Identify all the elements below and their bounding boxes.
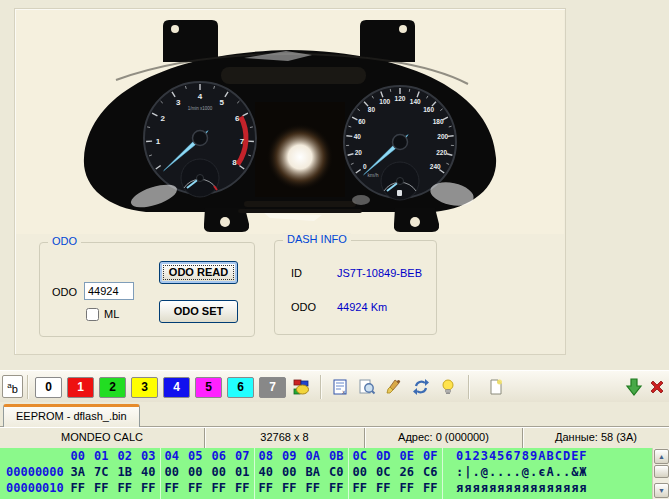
hex-byte-cell[interactable]: 26 [395,464,419,480]
hex-scrollbar[interactable]: ▲ ▼ [652,448,669,499]
hex-byte-cell[interactable]: FF [254,480,278,496]
palette-button-5[interactable]: 5 [195,377,222,398]
download-icon [624,377,644,397]
hex-grid-icon: x [331,378,349,396]
hex-ascii-column: яяяяяяяяяяяяяяяя [456,480,588,496]
tab-strip: EEPROM - dflash_.bin [0,404,669,427]
scroll-up-icon[interactable]: ▲ [654,449,669,464]
status-data-value: Данные: 58 (3A) [523,428,669,448]
palette-button-0[interactable]: 0 [35,377,62,398]
hex-group-divider [160,448,161,499]
hex-group-divider [254,448,255,499]
load-button[interactable] [622,375,646,399]
hex-byte-cell[interactable]: 00 [184,464,208,480]
palette-button-6[interactable]: 6 [227,377,254,398]
hex-address: 00000000 [0,464,66,480]
vent-strip [244,201,356,207]
odo-input[interactable] [84,282,134,300]
hex-byte-cell[interactable]: 00 [207,464,231,480]
odo-set-button[interactable]: ODO SET [159,300,238,323]
speedometer-gauge: 020406080100120140160180200220240km/h [344,86,456,200]
hex-byte-cell[interactable]: 40 [137,464,161,480]
tab-eeprom-dflash[interactable]: EEPROM - dflash_.bin [3,404,140,427]
palette-button-2[interactable]: 2 [99,377,126,398]
hex-column-header: 07 [231,448,255,464]
hex-byte-cell[interactable]: 00 [348,464,372,480]
hex-byte-cell[interactable]: FF [113,480,137,496]
colors-button[interactable] [289,375,313,399]
hex-byte-cell[interactable]: 7C [90,464,114,480]
hex-ascii-column: :|.@....@.єА..&Ж [456,464,588,480]
search-icon [358,378,376,396]
hex-byte-cell[interactable]: FF [348,480,372,496]
dial-number: 20 [355,149,363,156]
palette-button-4[interactable]: 4 [163,377,190,398]
hex-byte-cell[interactable]: FF [90,480,114,496]
hex-byte-cell[interactable]: FF [231,480,255,496]
hex-byte-cell[interactable]: FF [278,480,302,496]
hex-byte-cell[interactable]: 00 [160,464,184,480]
hex-view-button[interactable]: x [328,375,352,399]
hex-byte-cell[interactable]: C6 [419,464,443,480]
odo-groupbox: ODO ODO ML ODO READ ODO SET [39,242,255,337]
odo-read-button[interactable]: ODO READ [159,261,238,284]
case-toggle-button[interactable]: ab [2,375,23,398]
search-button[interactable] [355,375,379,399]
hex-byte-cell[interactable]: FF [419,480,443,496]
hex-byte-cell[interactable]: FF [395,480,419,496]
dial-number: 40 [354,133,362,140]
hex-byte-cell[interactable]: FF [160,480,184,496]
hex-column-header: 06 [207,448,231,464]
hex-byte-cell[interactable]: FF [66,480,90,496]
needle-hub [393,135,408,150]
hex-byte-cell[interactable]: 3A [66,464,90,480]
dial-number: 220 [436,149,447,156]
hex-byte-cell[interactable]: FF [325,480,349,496]
hex-byte-cell[interactable]: 00 [278,464,302,480]
hex-column-header: 0F [419,448,443,464]
dial-number: 1 [156,137,161,146]
hex-data-row: 00000010FFFFFFFFFFFFFFFFFFFFFFFFFFFFFFFF… [0,480,669,496]
ml-checkbox[interactable] [86,308,99,321]
hex-byte-cell[interactable]: 1B [113,464,137,480]
dial-unit: 1/min x1000 [188,106,213,111]
hex-byte-cell[interactable]: FF [372,480,396,496]
palette-button-1[interactable]: 1 [67,377,94,398]
toolbar-separator [27,375,29,399]
odo-group-title: ODO [48,235,81,247]
new-file-button[interactable] [484,375,508,399]
refresh-button[interactable] [409,375,433,399]
hex-editor[interactable]: 000102030405060708090A0B0C0D0E0F01234567… [0,448,669,499]
hex-column-header: 08 [254,448,278,464]
dial-number: 3 [176,98,181,107]
brush-button[interactable] [382,375,406,399]
hex-byte-cell[interactable]: FF [301,480,325,496]
hex-address: 00000010 [0,480,66,496]
cluster-photo: 123456781/min x1000 02040608010012014016… [16,10,564,234]
dial-number: 120 [395,95,406,102]
dial-number: 4 [198,92,203,101]
hex-column-header: 02 [113,448,137,464]
svg-text:x: x [342,388,346,395]
hex-byte-cell[interactable]: BA [301,464,325,480]
scroll-down-icon[interactable]: ▼ [654,483,669,498]
hex-byte-cell[interactable]: 01 [231,464,255,480]
palette-button-7[interactable]: 7 [259,377,286,398]
tick [448,136,454,137]
hex-byte-cell[interactable]: FF [137,480,161,496]
hex-byte-cell[interactable]: C0 [325,464,349,480]
hex-byte-cell[interactable]: 0C [372,464,396,480]
dial-number: 160 [423,106,434,113]
hex-byte-cell[interactable]: FF [207,480,231,496]
hex-column-header: 0D [372,448,396,464]
hex-byte-cell[interactable]: FF [184,480,208,496]
refresh-icon [412,378,430,396]
dial-number: 2 [161,114,166,123]
palette-button-3[interactable]: 3 [131,377,158,398]
cluster-illustration: 123456781/min x1000 02040608010012014016… [16,10,564,234]
close-button[interactable] [645,375,669,399]
scrollbar-thumb[interactable] [654,465,669,478]
hex-byte-cell[interactable]: 40 [254,464,278,480]
hex-group-divider [442,448,443,499]
hint-button[interactable] [436,375,460,399]
